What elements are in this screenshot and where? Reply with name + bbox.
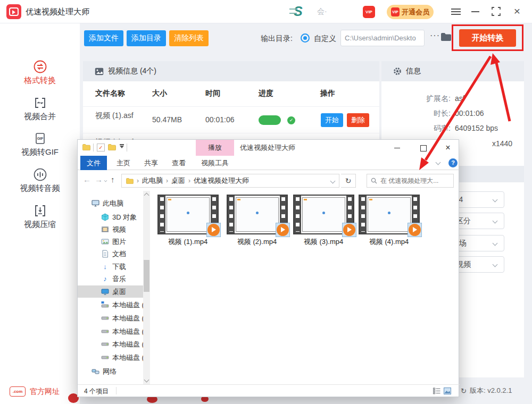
file-label[interactable]: 视频 (4).mp4 bbox=[354, 237, 423, 247]
details-view-icon[interactable] bbox=[433, 388, 440, 394]
scrollbar-thumb[interactable] bbox=[144, 260, 149, 292]
nav-disk-g[interactable]: 本地磁盘 (G: bbox=[78, 351, 143, 364]
video-file-thumbnail[interactable] bbox=[359, 195, 420, 234]
speed-brand-icon: S bbox=[294, 4, 315, 20]
help-icon[interactable]: ? bbox=[448, 158, 458, 167]
forward-icon[interactable]: → bbox=[95, 175, 103, 184]
breadcrumb-folder[interactable]: 优速视频处理大师 bbox=[194, 176, 249, 186]
maximize-button[interactable] bbox=[492, 7, 501, 16]
media-player-badge bbox=[276, 223, 290, 237]
scroll-up-icon[interactable] bbox=[144, 193, 149, 198]
file-label[interactable]: 视频 (3).mp4 bbox=[289, 237, 358, 247]
nav-music[interactable]: ♪ 音乐 bbox=[78, 273, 143, 285]
sidebar-item-video-merge[interactable]: 视频合并 bbox=[0, 96, 80, 129]
video-file-thumbnail[interactable] bbox=[157, 195, 219, 234]
nav-documents[interactable]: 文档 bbox=[78, 248, 143, 260]
scroll-down-icon[interactable] bbox=[144, 377, 149, 383]
folder-icon[interactable] bbox=[82, 144, 90, 150]
sidebar-item-video-to-gif[interactable]: GIF 视频转GIF bbox=[0, 131, 80, 164]
video-preview bbox=[236, 197, 279, 232]
open-folder-button[interactable] bbox=[440, 32, 452, 41]
add-file-button[interactable]: 添加文件 bbox=[84, 30, 123, 46]
nav-disk-e[interactable]: 本地磁盘 (E: bbox=[78, 325, 143, 338]
video-file-thumbnail[interactable] bbox=[293, 195, 354, 234]
tab-video-tools[interactable]: 视频工具 bbox=[196, 156, 234, 170]
breadcrumb-desktop[interactable]: 桌面 bbox=[171, 176, 185, 186]
sidebar-item-format-convert[interactable]: 格式转换 bbox=[0, 60, 80, 92]
col-progress: 进度 bbox=[259, 89, 273, 98]
sidebar-item-video-to-audio[interactable]: 视频转音频 bbox=[0, 167, 80, 200]
close-button[interactable]: × bbox=[511, 4, 523, 19]
folder-icon[interactable] bbox=[108, 144, 116, 150]
nav-downloads[interactable]: ↓ 下载 bbox=[78, 260, 143, 273]
video-file-thumbnail[interactable] bbox=[227, 195, 288, 234]
nav-videos[interactable]: 视频 bbox=[78, 223, 143, 235]
nav-3d-objects[interactable]: 3D 对象 bbox=[78, 211, 143, 223]
vip-badge-icon[interactable]: VIP bbox=[363, 6, 375, 18]
file-label[interactable]: 视频 (2).mp4 bbox=[222, 237, 292, 247]
back-icon[interactable]: ← bbox=[83, 175, 91, 184]
context-tab-play[interactable]: 播放 bbox=[196, 140, 234, 156]
file-time: 00:01:06 bbox=[205, 115, 235, 124]
nav-disk-d[interactable]: 本地磁盘 (D: bbox=[78, 312, 143, 324]
recent-locations-icon[interactable] bbox=[104, 179, 107, 182]
download-icon: ↓ bbox=[101, 263, 109, 271]
file-explorer-window: ✓ 播放 优速视频处理大师 × 文件 主页 共享 查看 视频工具 ? ← → ↑… bbox=[77, 139, 459, 397]
tab-home[interactable]: 主页 bbox=[111, 156, 136, 170]
address-dropdown-icon[interactable] bbox=[330, 178, 336, 183]
tab-view[interactable]: 查看 bbox=[166, 156, 192, 170]
browse-more-button[interactable]: ··· bbox=[430, 31, 440, 40]
collapse-ribbon-icon[interactable] bbox=[436, 160, 441, 165]
play-icon bbox=[413, 227, 417, 232]
delete-button[interactable]: 删除 bbox=[347, 113, 369, 127]
cube-icon bbox=[101, 213, 109, 221]
drive-icon bbox=[101, 327, 109, 335]
sidebar-item-video-compress[interactable]: 视频压缩 bbox=[0, 204, 80, 237]
tab-share[interactable]: 共享 bbox=[138, 156, 164, 170]
explorer-close-button[interactable]: × bbox=[437, 140, 459, 156]
file-label[interactable]: 视频 (1).mp4 bbox=[153, 237, 222, 247]
nav-this-pc[interactable]: 此电脑 bbox=[78, 197, 143, 209]
nav-network[interactable]: 网络 bbox=[78, 365, 143, 377]
open-vip-button[interactable]: VIP 开通会员 bbox=[387, 5, 434, 19]
nav-disk-f[interactable]: 本地磁盘 (F: bbox=[78, 338, 143, 350]
checkmark-icon[interactable]: ✓ bbox=[97, 144, 105, 152]
clear-list-button[interactable]: 清除列表 bbox=[169, 30, 209, 46]
up-icon[interactable]: ↑ bbox=[111, 175, 115, 184]
separator bbox=[116, 387, 117, 394]
add-directory-button[interactable]: 添加目录 bbox=[127, 30, 166, 46]
explorer-maximize-button[interactable] bbox=[413, 140, 434, 156]
explorer-nav-pane: 此电脑 3D 对象 视频 图片 文档 ↓ 下载 ♪ 音乐 桌面 bbox=[78, 191, 143, 384]
play-icon bbox=[347, 227, 352, 232]
nav-desktop[interactable]: 桌面 bbox=[78, 285, 143, 298]
nav-disk-c[interactable]: 本地磁盘 (C: bbox=[78, 299, 143, 311]
official-site-link[interactable]: .com 官方网址 bbox=[10, 386, 60, 397]
address-box[interactable]: › 此电脑 › 桌面 › 优速视频处理大师 bbox=[121, 174, 339, 188]
video-to-gif-icon: GIF bbox=[33, 131, 47, 146]
large-icons-view-icon[interactable] bbox=[444, 388, 451, 394]
refresh-icon[interactable]: ↻ bbox=[461, 387, 467, 395]
breadcrumb-this-pc[interactable]: 此电脑 bbox=[142, 176, 163, 186]
nav-pictures[interactable]: 图片 bbox=[78, 235, 143, 248]
refresh-button[interactable]: ↻ bbox=[341, 174, 356, 188]
svg-text:GIF: GIF bbox=[37, 137, 43, 140]
info-header: 信息 bbox=[381, 61, 524, 81]
explorer-minimize-button[interactable] bbox=[386, 140, 408, 156]
filmstrip-edge bbox=[360, 196, 367, 233]
start-button[interactable]: 开始 bbox=[321, 113, 343, 127]
minimize-button[interactable] bbox=[471, 11, 479, 12]
media-player-badge bbox=[408, 223, 422, 237]
qat-customize-icon[interactable] bbox=[120, 146, 124, 148]
info-field: 时长:00:01:06 bbox=[381, 109, 524, 120]
hamburger-menu-icon[interactable] bbox=[451, 9, 461, 15]
col-filename: 文件名称 bbox=[95, 89, 125, 98]
info-field: 扩展名:asf bbox=[381, 94, 524, 105]
explorer-window-title: 优速视频处理大师 bbox=[240, 140, 295, 156]
drive-icon bbox=[101, 354, 109, 361]
nav-scrollbar[interactable] bbox=[143, 191, 150, 384]
output-path-input[interactable] bbox=[340, 30, 425, 46]
custom-output-radio[interactable] bbox=[301, 33, 310, 43]
search-input[interactable]: 在 优速视频处理大... bbox=[367, 174, 454, 188]
video-preview bbox=[302, 197, 345, 232]
tab-file[interactable]: 文件 bbox=[80, 156, 107, 170]
